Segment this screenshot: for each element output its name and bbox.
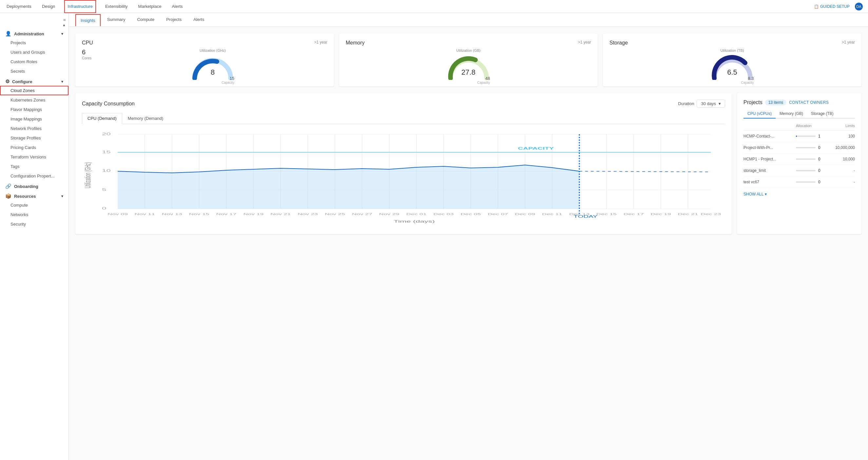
nav-alerts[interactable]: Alerts [170, 0, 184, 13]
project-limits-4: - [829, 180, 855, 184]
tab-insights[interactable]: Insights [75, 14, 101, 26]
nav-design[interactable]: Design [41, 0, 56, 13]
tab-memory-gb[interactable]: Memory (GB) [776, 109, 807, 118]
projects-table-header: Allocation Limits [743, 123, 855, 131]
cpu-value: 8 [211, 68, 215, 77]
tab-compute[interactable]: Compute [132, 13, 160, 27]
projects-badge: 13 items [765, 100, 786, 105]
duration-selector[interactable]: 30 days ▾ [696, 100, 725, 108]
sidebar-item-cloud-zones[interactable]: Cloud Zones [0, 86, 68, 95]
svg-text:Nov 13: Nov 13 [162, 212, 182, 216]
svg-text:Dec 05: Dec 05 [460, 212, 481, 216]
svg-text:Dec 23: Dec 23 [701, 212, 721, 216]
project-alloc-2: 0 [796, 157, 829, 161]
sidebar-item-network-profiles[interactable]: Network Profiles [0, 124, 68, 133]
svg-text:Utilization (GHz): Utilization (GHz) [83, 162, 92, 188]
sidebar-item-compute[interactable]: Compute [0, 200, 68, 210]
nav-extensibility[interactable]: Extensibility [104, 0, 129, 13]
svg-text:Dec 17: Dec 17 [624, 212, 644, 216]
project-name-3: storage_limit [743, 168, 796, 173]
chart-area: 20 15 10 5 0 [82, 129, 725, 228]
tab-cpu-demand[interactable]: CPU (Demand) [82, 113, 122, 124]
sidebar-item-tags[interactable]: Tags [0, 162, 68, 171]
sidebar-item-pricing-cards[interactable]: Pricing Cards [0, 143, 68, 152]
show-all-label: SHOW ALL [743, 192, 764, 196]
sidebar-up-btn[interactable]: ▲ [62, 23, 66, 27]
contact-owners-btn[interactable]: CONTACT OWNERS [789, 100, 829, 105]
sidebar-item-networks[interactable]: Networks [0, 210, 68, 219]
sidebar-group-onboarding[interactable]: 🔗 Onboarding [0, 181, 68, 191]
sidebar-item-storage-profiles[interactable]: Storage Profiles [0, 133, 68, 143]
project-limits-1: 10,000,000 [829, 145, 855, 150]
capacity-chart-svg: 20 15 10 5 0 [82, 129, 725, 228]
svg-text:Nov 11: Nov 11 [135, 212, 155, 216]
svg-text:20: 20 [102, 132, 111, 136]
svg-text:Dec 03: Dec 03 [434, 212, 454, 216]
storage-capacity-label: Capacity [741, 81, 754, 85]
dark-mode-btn[interactable]: DA [855, 3, 863, 10]
svg-text:10: 10 [102, 169, 111, 172]
cpu-cores-label: Cores [82, 56, 91, 60]
tab-memory-demand[interactable]: Memory (Demand) [122, 113, 169, 124]
svg-text:Nov 23: Nov 23 [298, 212, 318, 216]
chevron-down-icon-2: ▾ [61, 79, 63, 84]
svg-text:Dec 19: Dec 19 [651, 212, 671, 216]
sidebar-group-resources[interactable]: 📦 Resources ▾ [0, 191, 68, 200]
tab-alerts[interactable]: Alerts [188, 13, 209, 27]
sidebar-group-configure[interactable]: ⚙ Configure ▾ [0, 76, 68, 86]
tab-storage-tb[interactable]: Storage (TB) [807, 109, 838, 118]
svg-text:Dec 11: Dec 11 [542, 212, 562, 216]
svg-text:Time (days): Time (days) [394, 219, 435, 223]
cpu-capacity-label: Capacity [221, 81, 234, 85]
project-name-0: HCMP-Contact-... [743, 134, 796, 138]
project-name-4: test vc67 [743, 180, 796, 184]
svg-text:Nov 19: Nov 19 [243, 212, 264, 216]
sidebar-item-users-groups[interactable]: Users and Groups [0, 47, 68, 57]
cpu-capacity-value: 15 [221, 76, 234, 81]
guided-setup-btn[interactable]: 📋 GUIDED SETUP [814, 4, 850, 9]
col-header-limits: Limits [829, 124, 855, 128]
project-alloc-val-3: 0 [818, 168, 820, 173]
table-row: Project-With-Pr... 0 10,000,000 [743, 142, 855, 154]
sidebar-item-image-mappings[interactable]: Image Mappings [0, 114, 68, 124]
sidebar-item-terraform-versions[interactable]: Terraform Versions [0, 152, 68, 162]
duration-label: Duration [678, 101, 694, 106]
sidebar-item-flavor-mappings[interactable]: Flavor Mappings [0, 105, 68, 114]
cpu-title: CPU [82, 40, 93, 46]
svg-text:5: 5 [102, 188, 106, 192]
svg-text:Dec 01: Dec 01 [406, 212, 427, 216]
svg-text:Nov 27: Nov 27 [352, 212, 372, 216]
projects-tabs: CPU (vCPUs) Memory (GB) Storage (TB) [743, 109, 855, 119]
sidebar-group-administration[interactable]: 👤 Administration ▾ [0, 28, 68, 38]
nav-deployments[interactable]: Deployments [5, 0, 33, 13]
sidebar-item-projects[interactable]: Projects [0, 38, 68, 47]
nav-infrastructure[interactable]: Infrastructure [64, 0, 96, 13]
show-all-btn[interactable]: SHOW ALL ▾ [743, 192, 855, 196]
tab-summary[interactable]: Summary [102, 13, 131, 27]
memory-capacity-value: 48 [477, 76, 490, 81]
memory-value: 27.8 [461, 68, 475, 77]
svg-text:Dec 09: Dec 09 [515, 212, 535, 216]
sidebar-item-secrets[interactable]: Secrets [0, 66, 68, 76]
projects-panel: Projects 13 items CONTACT OWNERS CPU (vC… [737, 93, 862, 234]
storage-value: 6.5 [727, 68, 737, 77]
tab-projects[interactable]: Projects [161, 13, 187, 27]
sidebar-collapse-btn[interactable]: « [63, 17, 66, 22]
svg-text:Nov 09: Nov 09 [107, 212, 128, 216]
capacity-consumption-card: Capacity Consumption Duration 30 days ▾ … [75, 93, 732, 234]
sidebar-item-configuration-properties[interactable]: Configuration Propert... [0, 171, 68, 181]
sidebar-item-security[interactable]: Security [0, 219, 68, 229]
project-alloc-3: 0 [796, 168, 829, 173]
tab-cpu-vcpus[interactable]: CPU (vCPUs) [743, 109, 776, 119]
svg-text:Nov 25: Nov 25 [325, 212, 345, 216]
duration-value: 30 days [701, 101, 716, 106]
nav-marketplace[interactable]: Marketplace [137, 0, 163, 13]
svg-text:Dec 21: Dec 21 [678, 212, 698, 216]
sidebar-item-custom-roles[interactable]: Custom Roles [0, 57, 68, 66]
project-name-2: HCMP1 - Project... [743, 157, 796, 161]
svg-text:0: 0 [102, 206, 106, 210]
onboarding-icon: 🔗 [5, 183, 11, 189]
project-alloc-0: 1 [796, 134, 829, 138]
project-alloc-val-4: 0 [818, 180, 820, 184]
sidebar-item-kubernetes-zones[interactable]: Kubernetes Zones [0, 95, 68, 105]
